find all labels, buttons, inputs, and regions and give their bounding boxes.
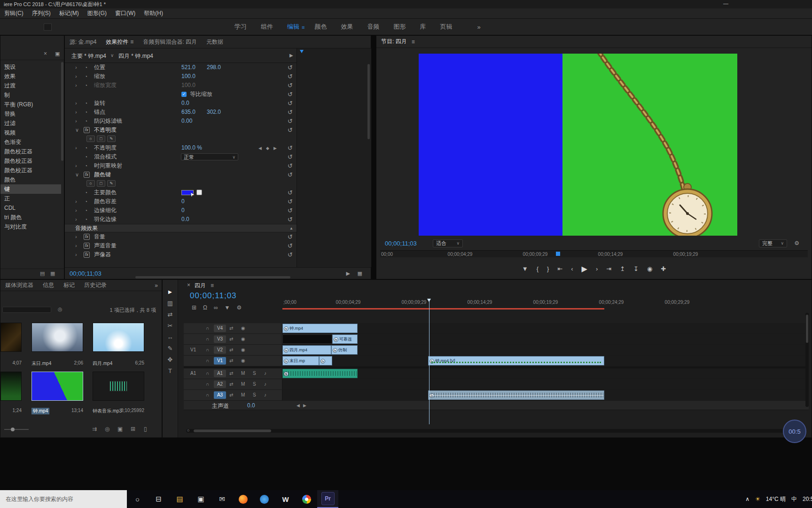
stopwatch-icon[interactable]: ◔: [85, 206, 87, 215]
disclosure-icon[interactable]: ›: [75, 117, 77, 126]
panel-menu-icon[interactable]: ≡: [412, 39, 415, 45]
nest-icon[interactable]: ⊞: [192, 304, 196, 311]
timeline-ruler[interactable]: ;00;00 00;00;04;29 00;00;09;29 00;00;14;…: [282, 299, 809, 306]
collapse-icon[interactable]: ▲: [289, 224, 293, 232]
blend-mode-dropdown[interactable]: 正常∨: [181, 153, 238, 160]
export-frame-icon[interactable]: ◉: [647, 265, 652, 272]
zoom-handle-icon[interactable]: ○: [187, 428, 189, 433]
stopwatch-icon[interactable]: ◔: [85, 152, 87, 161]
new-item-icon[interactable]: ⊞: [131, 426, 135, 432]
clip-a1-audio[interactable]: fx: [282, 369, 358, 378]
vertical-scrollbar[interactable]: [367, 64, 370, 139]
lock-icon[interactable]: ∩: [206, 325, 209, 331]
keyframe-prev-icon[interactable]: ◀: [258, 144, 262, 153]
timeline-view-toggle-icon[interactable]: ▶: [289, 53, 293, 58]
work-area-bar[interactable]: [282, 308, 604, 310]
sync-lock-icon[interactable]: ⇄: [229, 336, 233, 341]
type-tool-icon[interactable]: T: [168, 367, 172, 374]
clip-thumbnail[interactable]: [0, 372, 22, 401]
ellipse-mask-icon[interactable]: ○: [86, 135, 95, 142]
track-content[interactable]: fx可靠连: [282, 334, 809, 344]
reset-icon[interactable]: ↺: [288, 81, 293, 90]
eyedropper-icon[interactable]: [196, 190, 202, 195]
disclosure-icon[interactable]: ›: [75, 232, 77, 241]
timeline-settings-icon[interactable]: ⚙: [237, 304, 242, 311]
fx-badge-icon[interactable]: fx: [84, 252, 90, 258]
ellipse-mask-icon[interactable]: ○: [86, 180, 95, 187]
workspace-tab-graphics[interactable]: 图形: [386, 23, 413, 31]
sync-lock-icon[interactable]: ⇄: [229, 392, 233, 397]
disclosure-icon[interactable]: ›: [75, 215, 77, 224]
rect-mask-icon[interactable]: □: [97, 180, 105, 187]
disclosure-open-icon[interactable]: ∨: [75, 170, 79, 179]
extract-icon[interactable]: ↧: [633, 265, 639, 272]
clip-a3-audio[interactable]: fx: [428, 390, 604, 400]
master-clip-label[interactable]: 主要 * 钟.mp4: [71, 52, 106, 60]
weather-text[interactable]: 14°C 晴: [766, 495, 786, 503]
clip-v1-right[interactable]: fx钟.mp4 [V]: [428, 356, 604, 365]
reset-icon[interactable]: ↺: [288, 241, 293, 250]
ime-indicator[interactable]: 中: [791, 495, 797, 503]
list-view-icon[interactable]: ▤: [40, 270, 45, 277]
file-explorer-button[interactable]: ▤: [169, 490, 190, 508]
fx-badge-icon[interactable]: fx: [84, 127, 90, 133]
settings-wrench-icon[interactable]: ⚙: [794, 240, 799, 246]
source-patch-video[interactable]: V1: [190, 347, 196, 352]
lock-icon[interactable]: ∩: [206, 336, 209, 341]
button-editor-icon[interactable]: ✚: [661, 265, 666, 272]
effects-item[interactable]: 视频: [0, 128, 61, 137]
vertical-scrollbar[interactable]: [805, 313, 809, 407]
antiflicker-value[interactable]: 0.00: [181, 117, 192, 126]
sync-lock-icon[interactable]: ⇄: [229, 381, 233, 387]
workspace-tab-learn[interactable]: 学习: [227, 23, 254, 31]
horizontal-scrollbar[interactable]: ○: [186, 429, 806, 433]
clip-name[interactable]: 末日.mp4: [31, 360, 51, 367]
panel-menu-icon[interactable]: ≡: [211, 282, 214, 289]
sync-lock-icon[interactable]: ⇄: [229, 325, 233, 331]
selection-tool-icon[interactable]: ►: [167, 288, 173, 295]
tab-metadata[interactable]: 元数据: [202, 38, 228, 46]
opacity-value[interactable]: 100.0 %: [181, 143, 202, 152]
clip-name-selected[interactable]: 钟.mp4: [31, 408, 49, 414]
stopwatch-icon[interactable]: ◔: [85, 143, 87, 152]
menu-sequence[interactable]: 序列(S): [28, 9, 55, 17]
audio-effects-header[interactable]: 音频效果 ▲: [65, 224, 297, 232]
effects-item-selected[interactable]: 键: [0, 184, 61, 194]
stopwatch-icon[interactable]: ◔: [85, 108, 87, 117]
uniform-scale-checkbox[interactable]: ✓: [181, 92, 187, 97]
pen-mask-icon[interactable]: ✎: [107, 180, 116, 187]
disclosure-icon[interactable]: ›: [75, 99, 77, 108]
keyframe-add-icon[interactable]: ◆: [266, 144, 269, 153]
master-volume-value[interactable]: 0.0: [247, 402, 255, 409]
reset-icon[interactable]: ↺: [288, 170, 293, 179]
effects-item[interactable]: 颜色校正器: [0, 166, 61, 175]
timeline-playhead[interactable]: [429, 299, 429, 424]
track-target-a2[interactable]: A2: [214, 381, 226, 388]
clip-v3[interactable]: fx可靠连: [332, 334, 358, 344]
keyframe-next-icon[interactable]: ▶: [303, 403, 306, 408]
scale-value[interactable]: 100.0: [181, 72, 195, 81]
workspace-home-icon[interactable]: [44, 24, 52, 31]
track-output-eye-icon[interactable]: ◉: [241, 325, 245, 331]
source-patch-audio[interactable]: A1: [190, 371, 196, 376]
menu-marker[interactable]: 标记(M): [55, 9, 83, 17]
clip-v2b[interactable]: fx仿制: [331, 345, 358, 355]
reset-icon[interactable]: ↺: [288, 63, 293, 72]
clip-black-video[interactable]: [282, 334, 332, 344]
tabs-overflow-icon[interactable]: »: [150, 282, 162, 289]
disclosure-open-icon[interactable]: ∨: [75, 126, 79, 135]
effects-item[interactable]: 替换: [0, 109, 61, 119]
filter-input[interactable]: [2, 307, 51, 313]
disclosure-icon[interactable]: ›: [75, 197, 77, 206]
track-target-a1[interactable]: A1: [214, 370, 226, 377]
reset-icon[interactable]: ↺: [288, 72, 293, 81]
track-content[interactable]: [282, 379, 809, 389]
reset-icon[interactable]: ↺: [288, 117, 293, 126]
effects-item[interactable]: 过渡: [0, 81, 61, 90]
timecode[interactable]: 00;00;11;03: [70, 270, 102, 277]
new-bin-icon[interactable]: ▣: [55, 51, 60, 57]
add-marker-icon[interactable]: ▼: [522, 265, 528, 272]
timeline-timecode[interactable]: 00;00;11;03: [190, 291, 237, 301]
clip-v2[interactable]: fx四月.mp4: [282, 345, 331, 355]
reset-icon[interactable]: ↺: [288, 197, 293, 206]
